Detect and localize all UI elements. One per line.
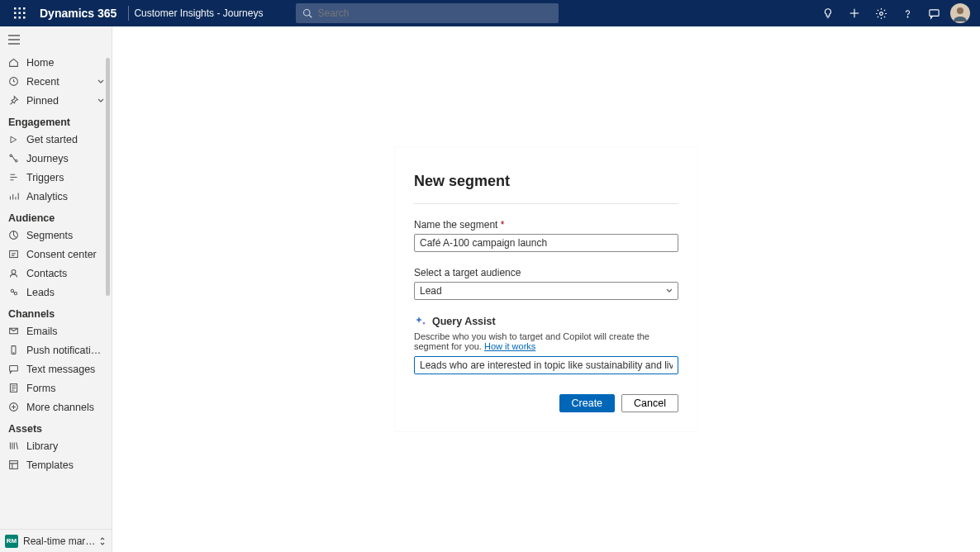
section-channels: Channels (0, 302, 112, 321)
nav-contacts[interactable]: Contacts (0, 264, 112, 283)
chevron-down-icon (97, 97, 105, 105)
copilot-icon (414, 315, 427, 328)
nav-analytics[interactable]: Analytics (0, 187, 112, 206)
app-launcher-icon[interactable] (7, 7, 33, 19)
nav-forms[interactable]: Forms (0, 378, 112, 397)
svg-rect-7 (19, 17, 21, 19)
nav-label: Library (26, 440, 105, 452)
nav-label: Push notifications (26, 345, 105, 356)
area-switcher[interactable]: RM Real-time marketi... (0, 529, 112, 552)
create-button[interactable]: Create (559, 394, 616, 412)
query-assist-help: Describe who you wish to target and Copi… (414, 331, 678, 351)
play-icon (7, 135, 20, 145)
audience-label: Select a target audience (414, 267, 678, 278)
name-label: Name the segment * (414, 219, 678, 231)
email-icon (7, 326, 20, 336)
svg-rect-3 (14, 12, 17, 15)
scrollbar-thumb[interactable] (106, 58, 110, 296)
contacts-icon (7, 268, 20, 278)
nav-label: Forms (26, 383, 105, 394)
trigger-icon (7, 172, 20, 183)
svg-point-17 (957, 7, 963, 14)
user-avatar[interactable] (947, 0, 973, 26)
dialog-divider (414, 203, 678, 204)
nav-text-messages[interactable]: Text messages (0, 359, 112, 378)
gear-icon[interactable] (868, 0, 894, 26)
svg-point-27 (11, 289, 13, 292)
svg-rect-1 (19, 7, 21, 10)
lightbulb-icon[interactable] (815, 0, 841, 26)
section-audience: Audience (0, 206, 112, 226)
nav-emails[interactable]: Emails (0, 321, 112, 340)
journey-icon (7, 153, 20, 164)
help-icon[interactable] (894, 0, 921, 26)
svg-line-10 (310, 15, 312, 17)
plus-icon[interactable] (841, 0, 868, 26)
svg-rect-2 (23, 7, 26, 10)
nav-label: Journeys (26, 153, 105, 164)
analytics-icon (7, 191, 20, 202)
main-content: New segment Name the segment * Select a … (112, 26, 980, 552)
section-assets: Assets (0, 416, 112, 436)
nav-label: Segments (26, 230, 105, 241)
library-icon (7, 440, 20, 451)
consent-icon (7, 249, 20, 259)
global-top-bar: Dynamics 365 Customer Insights - Journey… (0, 0, 980, 26)
how-it-works-link[interactable]: How it works (484, 341, 535, 351)
area-label: Real-time marketi... (23, 535, 98, 547)
cancel-button[interactable]: Cancel (621, 394, 678, 412)
svg-point-9 (304, 10, 311, 17)
nav-leads[interactable]: Leads (0, 283, 112, 302)
sms-icon (7, 364, 20, 374)
nav-templates[interactable]: Templates (0, 455, 112, 474)
forms-icon (7, 383, 20, 393)
nav-home[interactable]: Home (0, 53, 112, 72)
left-sidebar: Home Recent Pinned Engagement Get starte… (0, 26, 112, 552)
segment-name-input[interactable] (414, 234, 678, 252)
nav-label: Home (26, 57, 105, 69)
section-engagement: Engagement (0, 110, 112, 130)
home-icon (7, 57, 20, 68)
nav-label: Analytics (26, 191, 105, 202)
messenger-icon[interactable] (921, 0, 947, 26)
nav-push-notifications[interactable]: Push notifications (0, 340, 112, 359)
nav-label: Emails (26, 326, 105, 337)
nav-label: Consent center (26, 249, 105, 260)
query-assist-header: Query Assist (414, 315, 678, 328)
svg-rect-8 (23, 17, 26, 19)
query-assist-input[interactable] (414, 356, 678, 374)
svg-point-26 (12, 269, 16, 274)
brand-label[interactable]: Dynamics 365 (33, 7, 123, 20)
svg-rect-4 (19, 12, 21, 15)
nav-list: Home Recent Pinned Engagement Get starte… (0, 53, 112, 529)
nav-pinned[interactable]: Pinned (0, 91, 112, 110)
global-search[interactable] (296, 3, 559, 23)
search-icon (302, 8, 312, 18)
push-icon (7, 345, 20, 355)
svg-rect-32 (9, 365, 17, 371)
nav-consent-center[interactable]: Consent center (0, 245, 112, 264)
nav-label: Templates (26, 459, 105, 471)
svg-rect-25 (9, 250, 17, 257)
nav-label: Pinned (26, 95, 97, 107)
hamburger-icon[interactable] (0, 26, 112, 53)
nav-recent[interactable]: Recent (0, 72, 112, 91)
clock-icon (7, 76, 20, 87)
svg-point-15 (907, 17, 908, 17)
nav-segments[interactable]: Segments (0, 226, 112, 245)
search-input[interactable] (317, 7, 552, 19)
nav-more-channels[interactable]: More channels (0, 397, 112, 416)
nav-label: Triggers (26, 172, 105, 183)
chevron-updown-icon (98, 536, 107, 546)
svg-point-14 (879, 12, 882, 15)
nav-label: Get started (26, 134, 105, 145)
query-assist-title: Query Assist (432, 316, 496, 327)
leads-icon (7, 287, 20, 297)
target-audience-select[interactable] (414, 282, 678, 300)
nav-library[interactable]: Library (0, 436, 112, 455)
nav-triggers[interactable]: Triggers (0, 168, 112, 187)
module-label[interactable]: Customer Insights - Journeys (134, 7, 263, 19)
svg-rect-0 (14, 7, 17, 10)
nav-get-started[interactable]: Get started (0, 130, 112, 149)
nav-journeys[interactable]: Journeys (0, 149, 112, 168)
